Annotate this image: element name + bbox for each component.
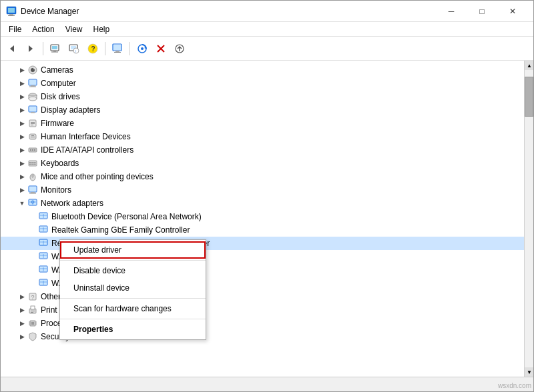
ctx-update-driver[interactable]: Update driver xyxy=(60,241,206,259)
menu-help[interactable]: Help xyxy=(88,23,115,35)
expand-security[interactable]: ▶ xyxy=(17,331,27,342)
expand-display[interactable]: ▶ xyxy=(17,105,27,115)
content-area: ▶ Cameras ▶ Computer ▶ Disk drives xyxy=(1,61,533,377)
window-controls: ─ □ ✕ xyxy=(436,1,528,22)
expand-disk[interactable]: ▶ xyxy=(17,91,27,102)
svg-rect-37 xyxy=(29,107,36,111)
svg-rect-50 xyxy=(29,161,37,166)
toolbar: ↑ ? xyxy=(1,37,533,61)
security-icon xyxy=(27,331,38,342)
svg-rect-48 xyxy=(32,149,33,151)
svg-rect-99 xyxy=(31,306,35,309)
menu-file[interactable]: File xyxy=(3,23,27,35)
back-button[interactable] xyxy=(3,40,21,57)
print-icon xyxy=(27,305,38,315)
remove-button[interactable] xyxy=(152,40,170,57)
expand-firmware[interactable]: ▶ xyxy=(17,118,27,129)
network-label: Network adapters xyxy=(41,199,103,208)
maximize-button[interactable]: □ xyxy=(467,1,497,22)
ctx-properties[interactable]: Properties xyxy=(60,321,206,338)
tree-item-bt[interactable]: ▶ Bluetooth Device (Personal Area Networ… xyxy=(1,210,524,223)
monitors-label: Monitors xyxy=(41,185,71,195)
hid-icon xyxy=(27,131,38,142)
scroll-down[interactable]: ▼ xyxy=(525,367,533,377)
svg-marker-4 xyxy=(10,45,14,52)
svg-text:?: ? xyxy=(91,45,95,53)
computer-props-button[interactable] xyxy=(47,40,64,57)
tree-item-mice[interactable]: ▶ Mice and other pointing devices xyxy=(1,170,524,183)
window-title: Device Manager xyxy=(21,7,436,16)
expand-network[interactable]: ▼ xyxy=(17,198,27,209)
tree-item-realtek-gbe[interactable]: ▶ Realtek Gaming GbE Family Controller xyxy=(1,223,524,237)
scan-changes-toolbar-button[interactable] xyxy=(134,40,151,57)
firmware-icon xyxy=(27,118,38,129)
watermark: wsxdn.com xyxy=(498,382,531,389)
tree-item-computer[interactable]: ▶ Computer xyxy=(1,77,524,90)
bt-icon xyxy=(38,211,49,222)
ctx-disable-device[interactable]: Disable device xyxy=(60,262,206,279)
svg-rect-17 xyxy=(113,45,121,50)
svg-rect-3 xyxy=(8,15,15,16)
scroll-track[interactable] xyxy=(525,70,533,367)
svg-rect-51 xyxy=(29,162,31,163)
minimize-button[interactable]: ─ xyxy=(436,1,467,22)
device-tree[interactable]: ▶ Cameras ▶ Computer ▶ Disk drives xyxy=(1,61,524,377)
scroll-up[interactable]: ▲ xyxy=(525,61,533,70)
realtek-gbe-label: Realtek Gaming GbE Family Controller xyxy=(51,225,190,235)
disk-drives-label: Disk drives xyxy=(41,92,80,101)
forward-button[interactable] xyxy=(22,40,39,57)
svg-text:↑: ↑ xyxy=(75,49,77,53)
svg-rect-64 xyxy=(29,187,36,191)
ctx-scan[interactable]: Scan for hardware changes xyxy=(60,300,206,317)
svg-rect-66 xyxy=(29,193,36,194)
expand-print[interactable]: ▶ xyxy=(17,305,27,315)
svg-rect-101 xyxy=(31,312,33,313)
svg-rect-2 xyxy=(9,14,13,15)
expand-ide[interactable]: ▶ xyxy=(17,145,27,155)
scroll-thumb[interactable] xyxy=(525,77,533,117)
display-icon xyxy=(27,105,38,115)
view-devices-button[interactable] xyxy=(109,40,126,57)
firmware-label: Firmware xyxy=(41,119,74,128)
expand-processors[interactable]: ▶ xyxy=(17,318,27,329)
net6-icon xyxy=(38,278,49,289)
scan2-button[interactable] xyxy=(171,40,188,57)
mice-icon xyxy=(27,171,38,182)
update-driver-toolbar-button[interactable]: ↑ xyxy=(65,40,83,57)
menu-view[interactable]: View xyxy=(60,23,88,35)
expand-computer[interactable]: ▶ xyxy=(17,78,27,89)
tree-item-disk-drives[interactable]: ▶ Disk drives xyxy=(1,90,524,103)
tree-item-cameras[interactable]: ▶ Cameras xyxy=(1,63,524,77)
svg-rect-58 xyxy=(35,164,36,165)
realtek-gbe-icon xyxy=(38,225,49,235)
expand-mice[interactable]: ▶ xyxy=(17,171,27,182)
tree-item-monitors[interactable]: ▶ Monitors xyxy=(1,183,524,197)
help-button[interactable]: ? xyxy=(84,40,101,57)
menu-bar: File Action View Help xyxy=(1,22,533,37)
svg-point-28 xyxy=(33,68,35,69)
tree-item-hid[interactable]: ▶ Human Interface Devices xyxy=(1,130,524,143)
expand-other[interactable]: ▶ xyxy=(17,291,27,302)
svg-rect-65 xyxy=(31,192,35,193)
menu-action[interactable]: Action xyxy=(27,23,59,35)
svg-rect-54 xyxy=(35,162,36,163)
other-icon: ? xyxy=(27,291,38,302)
scrollbar[interactable]: ▲ ▼ xyxy=(524,61,533,377)
expand-keyboards[interactable]: ▶ xyxy=(17,158,27,169)
tree-item-keyboards[interactable]: ▶ Keyboards xyxy=(1,157,524,170)
ctx-divider-2 xyxy=(60,298,206,299)
ctx-uninstall-device[interactable]: Uninstall device xyxy=(60,279,206,297)
tree-item-firmware[interactable]: ▶ Firmware xyxy=(1,117,524,130)
svg-rect-30 xyxy=(29,80,36,85)
tree-item-display[interactable]: ▶ Display adapters xyxy=(1,103,524,117)
expand-hid[interactable]: ▶ xyxy=(17,131,27,142)
app-icon xyxy=(6,6,17,17)
close-button[interactable]: ✕ xyxy=(497,1,528,22)
display-label: Display adapters xyxy=(41,105,100,115)
tree-item-network[interactable]: ▼ Network adapters xyxy=(1,197,524,210)
svg-rect-52 xyxy=(31,162,33,163)
tree-item-ide[interactable]: ▶ IDE ATA/ATAPI controllers xyxy=(1,143,524,157)
expand-monitors[interactable]: ▶ xyxy=(17,185,27,195)
expand-cameras[interactable]: ▶ xyxy=(17,65,27,75)
svg-rect-100 xyxy=(31,311,35,311)
